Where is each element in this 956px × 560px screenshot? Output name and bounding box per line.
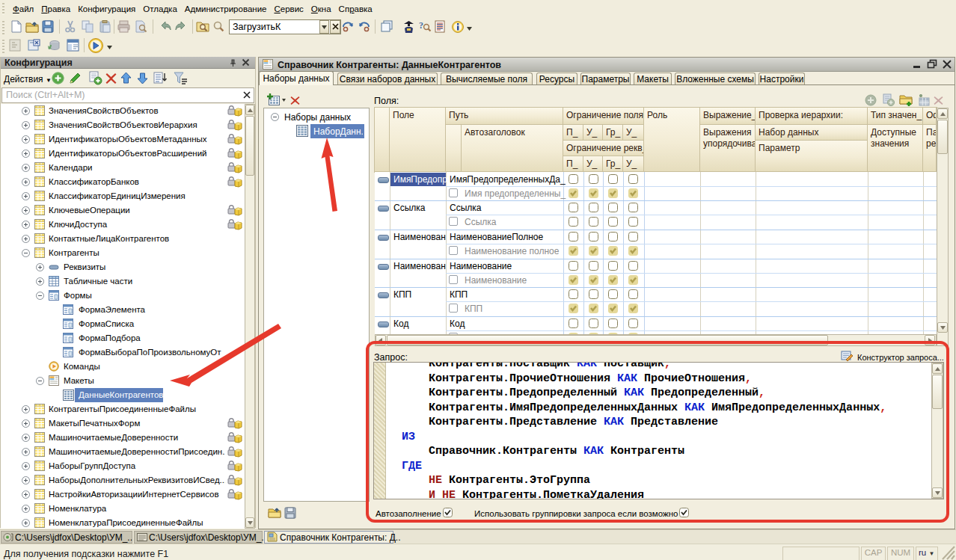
svg-text:?: ?	[419, 20, 423, 31]
